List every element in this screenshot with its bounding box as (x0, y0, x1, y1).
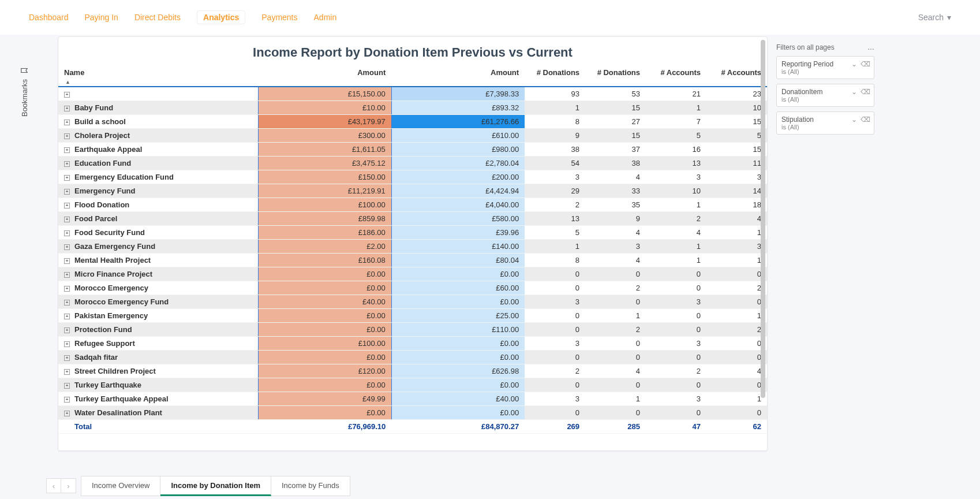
row-donations-curr: 0 (585, 337, 646, 351)
table-row[interactable]: +Morocco Emergency Fund£40.00£0.003030 (58, 295, 767, 309)
expand-icon[interactable]: + (64, 175, 70, 181)
table-row[interactable]: +Pakistan Emergency£0.00£25.000101 (58, 309, 767, 323)
nav-paying-in[interactable]: Paying In (85, 13, 118, 22)
nav-analytics[interactable]: Analytics (197, 10, 245, 24)
filter-card[interactable]: Reporting Periodis (All)⌄⌫ (776, 56, 874, 79)
table-row[interactable]: +Build a school£43,179.97£61,276.6682771… (58, 115, 767, 129)
col-name[interactable]: Name▲ (58, 65, 258, 87)
expand-icon[interactable]: + (64, 383, 70, 389)
row-accounts-prev: 2 (646, 212, 706, 226)
expand-icon[interactable]: + (64, 161, 70, 167)
table-row[interactable]: +Food Parcel£859.98£580.0013924 (58, 212, 767, 226)
table-row[interactable]: +Turkey Earthquake Appeal£49.99£40.00313… (58, 392, 767, 406)
sheet-tab[interactable]: Income by Funds (271, 476, 350, 496)
vertical-scrollbar[interactable] (761, 40, 765, 482)
expand-icon[interactable]: + (64, 355, 70, 361)
expand-icon[interactable]: + (64, 397, 70, 403)
row-accounts-prev: 0 (646, 351, 706, 364)
expand-icon[interactable]: + (64, 106, 70, 111)
expand-icon[interactable]: + (64, 244, 70, 250)
sheet-next-button[interactable]: › (61, 478, 76, 493)
expand-icon[interactable]: + (64, 217, 70, 222)
expand-icon[interactable]: + (64, 272, 70, 278)
expand-icon[interactable]: + (64, 411, 70, 416)
row-amount-prev: £160.08 (258, 254, 391, 267)
filters-more-icon[interactable]: … (867, 43, 874, 51)
row-donations-prev: 0 (525, 267, 585, 281)
row-name-cell: +Morocco Emergency (58, 281, 258, 295)
table-row[interactable]: +Street Children Project£120.00£626.9824… (58, 364, 767, 378)
table-row[interactable]: +£15,150.00£7,398.3393532123 (58, 87, 767, 101)
row-accounts-prev: 0 (646, 378, 706, 392)
table-row[interactable]: +Sadqah fitar£0.00£0.000000 (58, 351, 767, 364)
nav-dashboard[interactable]: Dashboard (29, 13, 69, 22)
table-row[interactable]: +Gaza Emergency Fund£2.00£140.001313 (58, 240, 767, 254)
col-amount-prev[interactable]: Amount (258, 65, 391, 87)
row-amount-curr: £0.00 (391, 295, 525, 309)
expand-icon[interactable]: + (64, 92, 70, 98)
row-amount-prev: £40.00 (258, 295, 391, 309)
nav-admin[interactable]: Admin (314, 13, 337, 22)
scrollbar-thumb[interactable] (761, 40, 765, 398)
search-label: Search (918, 13, 944, 22)
col-amount-curr[interactable]: Amount (391, 65, 525, 87)
expand-icon[interactable]: + (64, 369, 70, 375)
row-amount-curr: £40.00 (391, 392, 525, 406)
row-amount-prev: £2.00 (258, 240, 391, 254)
table-row[interactable]: +Baby Fund£10.00£893.32115110 (58, 101, 767, 115)
search-dropdown[interactable]: Search ▾ (918, 13, 951, 22)
expand-icon[interactable]: + (64, 120, 70, 125)
clear-filter-icon[interactable]: ⌫ (861, 116, 870, 124)
row-amount-prev: £3,475.12 (258, 157, 391, 170)
expand-icon[interactable]: + (64, 314, 70, 319)
row-donations-curr: 4 (585, 170, 646, 184)
nav-payments[interactable]: Payments (261, 13, 297, 22)
table-row[interactable]: +Morocco Emergency£0.00£60.000202 (58, 281, 767, 295)
expand-icon[interactable]: + (64, 258, 70, 264)
row-accounts-curr: 23 (706, 87, 767, 101)
expand-icon[interactable]: + (64, 341, 70, 347)
table-row[interactable]: +Protection Fund£0.00£110.000202 (58, 323, 767, 337)
clear-filter-icon[interactable]: ⌫ (861, 60, 870, 68)
table-row[interactable]: +Emergency Fund£11,219.91£4,424.94293310… (58, 184, 767, 198)
expand-icon[interactable]: + (64, 327, 70, 333)
col-donations-prev[interactable]: # Donations (525, 65, 585, 87)
table-row[interactable]: +Micro Finance Project£0.00£0.000000 (58, 267, 767, 281)
sheet-tab[interactable]: Income by Donation Item (160, 476, 271, 496)
table-row[interactable]: +Food Security Fund£186.00£39.965441 (58, 226, 767, 240)
table-row[interactable]: +Earthquake Appeal£1,611.05£980.00383716… (58, 143, 767, 157)
table-row[interactable]: +Cholera Project£300.00£610.0091555 (58, 129, 767, 143)
expand-icon[interactable]: + (64, 147, 70, 153)
table-row[interactable]: +Education Fund£3,475.12£2,780.045438131… (58, 157, 767, 170)
col-accounts-curr[interactable]: # Accounts (706, 65, 767, 87)
row-name-cell: +Pakistan Emergency (58, 309, 258, 323)
chevron-down-icon[interactable]: ⌄ (851, 116, 857, 124)
expand-icon[interactable]: + (64, 133, 70, 139)
expand-icon[interactable]: + (64, 230, 70, 236)
nav-direct-debits[interactable]: Direct Debits (134, 13, 181, 22)
chevron-down-icon[interactable]: ⌄ (851, 88, 857, 96)
col-donations-curr[interactable]: # Donations (585, 65, 646, 87)
sheet-tab[interactable]: Income Overview (81, 476, 160, 496)
chevron-down-icon[interactable]: ⌄ (851, 60, 857, 68)
table-row[interactable]: +Emergency Education Fund£150.00£200.003… (58, 170, 767, 184)
bookmarks-rail[interactable]: Bookmarks (20, 66, 29, 117)
filter-card[interactable]: Stipulationis (All)⌄⌫ (776, 111, 874, 135)
expand-icon[interactable]: + (64, 286, 70, 292)
row-accounts-curr: 1 (706, 309, 767, 323)
expand-icon[interactable]: + (64, 300, 70, 306)
clear-filter-icon[interactable]: ⌫ (861, 88, 870, 96)
expand-icon[interactable]: + (64, 189, 70, 195)
table-row[interactable]: +Refugee Support£100.00£0.003030 (58, 337, 767, 351)
col-accounts-prev[interactable]: # Accounts (646, 65, 706, 87)
expand-icon[interactable]: + (64, 203, 70, 208)
table-row[interactable]: +Turkey Earthquake£0.00£0.000000 (58, 378, 767, 392)
filter-card[interactable]: DonationItemis (All)⌄⌫ (776, 84, 874, 107)
table-row[interactable]: +Water Desalination Plant£0.00£0.000000 (58, 406, 767, 420)
row-donations-curr: 9 (585, 212, 646, 226)
table-row[interactable]: +Mental Health Project£160.08£80.048411 (58, 254, 767, 267)
sheet-prev-button[interactable]: ‹ (46, 478, 61, 493)
row-accounts-curr: 1 (706, 226, 767, 240)
table-row[interactable]: +Flood Donation£100.00£4,040.00235118 (58, 198, 767, 212)
row-donations-prev: 93 (525, 87, 585, 101)
